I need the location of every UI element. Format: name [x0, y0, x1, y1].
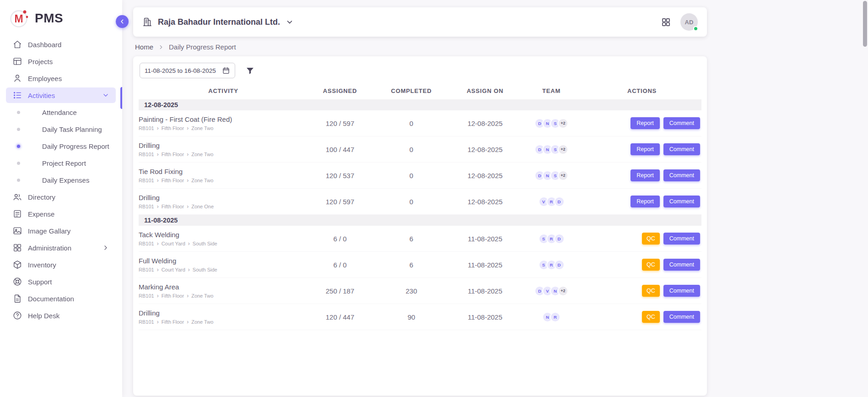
company-selector[interactable]: Raja Bahadur International Ltd. — [142, 17, 294, 27]
active-item-indicator — [120, 87, 122, 109]
qc-button[interactable]: QC — [642, 233, 660, 245]
row-actions: QCComment — [583, 233, 701, 245]
location-crumb: Fifth Floor — [162, 319, 184, 325]
completed-value: 90 — [372, 313, 451, 321]
inventory-icon — [12, 260, 22, 270]
location-crumb: Zone Two — [191, 293, 213, 299]
sidebar-item-expense[interactable]: Expense — [6, 206, 116, 222]
comment-button[interactable]: Comment — [663, 117, 700, 129]
location-crumb: Fifth Floor — [162, 293, 184, 299]
sidebar-subitem-daily-task-planning[interactable]: Daily Task Planning — [6, 121, 116, 137]
qc-button[interactable]: QC — [642, 311, 660, 323]
sidebar-item-directory[interactable]: Directory — [6, 189, 116, 205]
qc-button[interactable]: QC — [642, 285, 660, 297]
sidebar-item-image-gallary[interactable]: Image Gallary — [6, 223, 116, 239]
sidebar-item-label: Support — [28, 278, 52, 286]
location-crumb: Court Yard — [162, 241, 185, 246]
team-avatar-extra: +2 — [558, 170, 568, 181]
comment-button[interactable]: Comment — [663, 285, 700, 297]
comment-button[interactable]: Comment — [663, 143, 700, 155]
column-header-assign-on: ASSIGN ON — [451, 87, 519, 94]
location-crumb: RB101 — [139, 293, 154, 299]
activities-icon — [12, 90, 22, 100]
apps-grid-button[interactable] — [661, 17, 671, 27]
comment-button[interactable]: Comment — [663, 311, 700, 323]
main-area: Raja Bahadur International Ltd. AD Ho — [122, 0, 868, 396]
sidebar-subitem-label: Project Report — [42, 159, 86, 167]
sidebar-item-inventory[interactable]: Inventory — [6, 257, 116, 272]
table-body: 12-08-2025 Painting - First Coat (Fire R… — [139, 99, 701, 330]
sidebar-item-activities[interactable]: Activities — [6, 87, 116, 103]
page-scrollbar[interactable] — [863, 1, 867, 47]
helpdesk-icon — [12, 310, 22, 321]
team-avatar: R — [550, 312, 561, 322]
sidebar-subitem-attendance[interactable]: Attendance — [6, 104, 116, 120]
sidebar-item-label: Directory — [28, 193, 55, 201]
sidebar-item-support[interactable]: Support — [6, 274, 116, 289]
filter-button[interactable] — [245, 66, 255, 76]
column-header-completed: COMPLETED — [372, 87, 451, 94]
funnel-icon — [245, 66, 255, 76]
bullet-icon — [17, 145, 20, 148]
chevron-right-icon — [158, 44, 164, 50]
report-button[interactable]: Report — [631, 196, 660, 207]
chevron-right-icon — [102, 244, 109, 251]
sidebar-item-label: Administration — [28, 244, 71, 252]
chevron-right-icon: › — [187, 204, 189, 209]
support-icon — [12, 277, 22, 287]
row-actions: ReportComment — [583, 117, 701, 129]
sidebar-subitem-daily-progress-report[interactable]: Daily Progress Report — [6, 138, 116, 154]
activity-title: Tack Welding — [139, 231, 308, 239]
table-header-row: ACTIVITYASSIGNEDCOMPLETEDASSIGN ONTEAMAC… — [139, 82, 701, 99]
comment-button[interactable]: Comment — [663, 259, 700, 271]
sidebar-collapse-button[interactable] — [116, 15, 129, 28]
date-range-picker[interactable] — [140, 63, 235, 78]
sidebar-item-label: Image Gallary — [28, 227, 70, 235]
sidebar-subitem-label: Daily Progress Report — [42, 142, 109, 150]
comment-button[interactable]: Comment — [663, 196, 700, 207]
location-crumb: South Side — [193, 241, 217, 246]
sidebar-subitem-label: Attendance — [42, 109, 77, 116]
comment-button[interactable]: Comment — [663, 233, 700, 245]
report-button[interactable]: Report — [631, 117, 660, 129]
app-logo[interactable]: M PMS — [0, 0, 122, 35]
location-crumb: South Side — [193, 267, 217, 272]
assigned-value: 120 / 597 — [308, 198, 372, 206]
activity-cell: Drilling RB101›Fifth Floor›Zone One — [139, 194, 308, 209]
user-avatar[interactable]: AD — [680, 13, 698, 31]
team-avatar-extra: +2 — [558, 144, 568, 155]
sidebar-item-projects[interactable]: Projects — [6, 54, 116, 69]
sidebar-item-employees[interactable]: Employees — [6, 71, 116, 86]
sidebar-item-help-desk[interactable]: Help Desk — [6, 308, 116, 323]
chevron-right-icon: › — [187, 293, 189, 299]
assign-on-value: 12-08-2025 — [451, 120, 519, 127]
sidebar-item-dashboard[interactable]: Dashboard — [6, 37, 116, 52]
chevron-right-icon: › — [157, 293, 159, 299]
location-crumb: Zone Two — [191, 178, 213, 183]
location-crumb: Zone Two — [191, 125, 213, 131]
qc-button[interactable]: QC — [642, 259, 660, 271]
row-actions: QCComment — [583, 259, 701, 271]
sidebar-subitem-daily-expenses[interactable]: Daily Expenses — [6, 172, 116, 188]
chevron-right-icon: › — [157, 204, 159, 209]
column-header-team: TEAM — [519, 87, 583, 94]
assign-on-value: 11-08-2025 — [451, 235, 519, 243]
report-button[interactable]: Report — [631, 169, 660, 181]
comment-button[interactable]: Comment — [663, 169, 700, 181]
assigned-value: 6 / 0 — [308, 235, 372, 243]
completed-value: 0 — [372, 120, 451, 127]
breadcrumb-home[interactable]: Home — [135, 43, 153, 51]
completed-value: 230 — [372, 287, 451, 295]
date-range-input[interactable] — [145, 67, 219, 74]
gallery-icon — [12, 226, 22, 236]
sidebar-subitem-project-report[interactable]: Project Report — [6, 155, 116, 171]
team-avatars: DVN+2 — [519, 286, 583, 296]
column-header-assigned: ASSIGNED — [308, 87, 372, 94]
report-button[interactable]: Report — [631, 143, 660, 155]
sidebar-item-documentation[interactable]: Documentation — [6, 291, 116, 306]
activity-title: Drilling — [139, 141, 308, 149]
chevron-left-icon — [119, 18, 126, 25]
sidebar-item-administration[interactable]: Administration — [6, 240, 116, 256]
team-avatar: D — [554, 196, 565, 207]
expense-icon — [12, 209, 22, 219]
